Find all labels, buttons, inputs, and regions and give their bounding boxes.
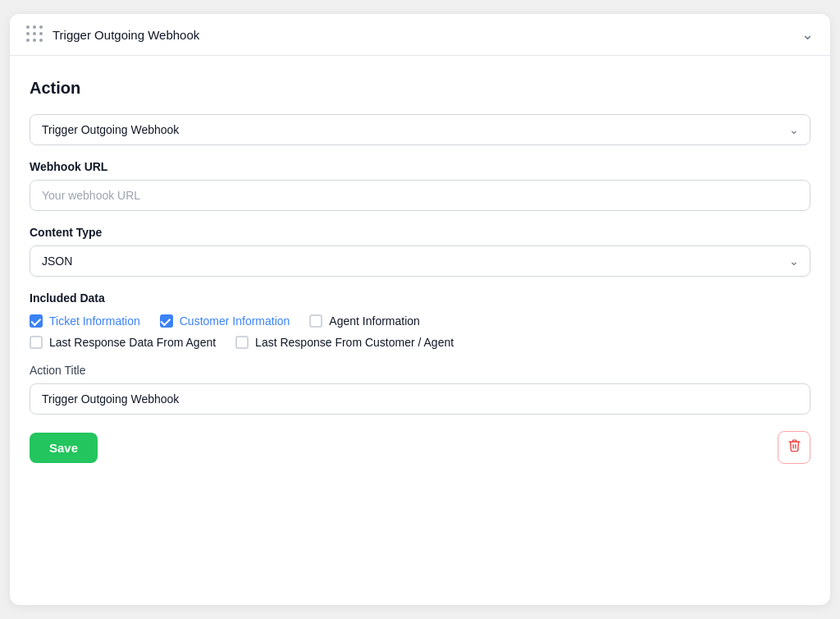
checkboxes-row-2: Last Response Data From Agent Last Respo…	[30, 336, 810, 349]
card-header: Trigger Outgoing Webhook ⌄	[10, 14, 830, 56]
checkbox-last-response-customer-label: Last Response From Customer / Agent	[255, 336, 454, 349]
action-type-group: Trigger Outgoing Webhook ⌄	[30, 114, 810, 145]
action-type-select[interactable]: Trigger Outgoing Webhook	[30, 114, 810, 145]
checkboxes-row-1: Ticket Information Customer Information …	[30, 314, 810, 328]
footer-row: Save	[30, 431, 810, 464]
checkbox-ticket-info[interactable]: Ticket Information	[30, 314, 140, 328]
checkbox-last-response-agent-box	[30, 336, 43, 349]
checkbox-agent-info-box	[309, 314, 322, 328]
save-button[interactable]: Save	[30, 433, 98, 463]
included-data-label: Included Data	[30, 291, 810, 305]
action-title-group: Action Title	[30, 364, 810, 415]
checkbox-customer-info-label: Customer Information	[180, 314, 290, 328]
content-type-group: Content Type JSON ⌄	[30, 226, 810, 277]
drag-handle[interactable]	[26, 25, 44, 44]
action-type-select-wrapper: Trigger Outgoing Webhook ⌄	[30, 114, 810, 145]
main-card: Trigger Outgoing Webhook ⌄ Action Trigge…	[10, 14, 830, 605]
checkbox-last-response-customer-box	[235, 336, 249, 349]
checkbox-last-response-customer[interactable]: Last Response From Customer / Agent	[235, 336, 454, 349]
action-title-label: Action Title	[30, 364, 810, 377]
checkbox-ticket-info-box	[30, 314, 43, 328]
header-title: Trigger Outgoing Webhook	[52, 28, 199, 42]
card-body: Action Trigger Outgoing Webhook ⌄ Webhoo…	[10, 56, 830, 484]
webhook-url-label: Webhook URL	[30, 160, 810, 173]
checkbox-last-response-agent[interactable]: Last Response Data From Agent	[30, 336, 216, 349]
checkbox-agent-info-label: Agent Information	[329, 314, 420, 328]
collapse-icon[interactable]: ⌄	[801, 25, 814, 44]
section-title: Action	[30, 79, 810, 98]
header-left: Trigger Outgoing Webhook	[26, 25, 199, 44]
content-type-label: Content Type	[30, 226, 810, 239]
checkbox-agent-info[interactable]: Agent Information	[309, 314, 420, 328]
checkbox-customer-info-box	[160, 314, 173, 328]
content-type-select-wrapper: JSON ⌄	[30, 245, 810, 277]
checkbox-customer-info[interactable]: Customer Information	[160, 314, 290, 328]
trash-icon	[788, 438, 801, 456]
content-type-select[interactable]: JSON	[30, 245, 810, 277]
checkbox-ticket-info-label: Ticket Information	[49, 314, 140, 328]
action-title-input[interactable]	[30, 383, 810, 415]
webhook-url-group: Webhook URL	[30, 160, 810, 211]
included-data-section: Included Data Ticket Information Custome…	[30, 291, 810, 349]
webhook-url-input[interactable]	[30, 180, 810, 211]
checkbox-last-response-agent-label: Last Response Data From Agent	[49, 336, 216, 349]
delete-button[interactable]	[778, 431, 810, 464]
